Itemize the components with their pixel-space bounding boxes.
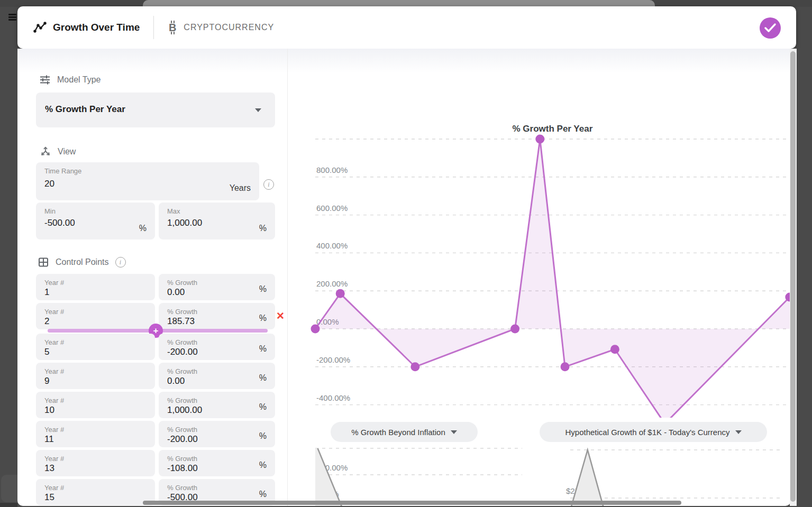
chevron-down-icon: [255, 108, 261, 112]
chart-control-point[interactable]: [561, 362, 570, 371]
year-label: Year #: [44, 338, 64, 346]
chart-control-point[interactable]: [410, 362, 419, 371]
year-field[interactable]: Year # 10: [36, 392, 155, 418]
year-value: 1: [44, 287, 49, 298]
growth-field[interactable]: % Growth -200.00 %: [159, 421, 275, 447]
growth-label: % Growth: [167, 367, 197, 375]
year-field[interactable]: Year # 11: [36, 421, 155, 447]
max-field[interactable]: Max 1,000.00 %: [159, 202, 275, 239]
header-divider: [153, 16, 154, 39]
growth-per-year-chart: 800.00%600.00%400.00%200.00%0.00%-200.00…: [291, 69, 791, 418]
svg-text:B: B: [169, 22, 176, 33]
category-label: CRYPTOCURRENCY: [184, 23, 274, 32]
hypothetical-growth-chart: $2K: [540, 444, 791, 506]
view-section-header: View: [40, 146, 76, 157]
model-type-label: Model Type: [57, 75, 101, 85]
max-label: Max: [167, 207, 180, 215]
axes-icon: [40, 146, 51, 157]
growth-unit: %: [259, 460, 267, 470]
max-value: 1,000.00: [167, 218, 202, 228]
growth-label: % Growth: [167, 338, 197, 346]
chevron-down-icon: [451, 430, 457, 434]
growth-label: % Growth: [167, 426, 197, 434]
year-value: 15: [44, 492, 54, 503]
chart-control-point[interactable]: [336, 289, 345, 298]
menu-icon[interactable]: [8, 14, 16, 21]
confirm-button[interactable]: [760, 17, 781, 39]
growth-beyond-inflation-dropdown[interactable]: % Growth Beyond Inflation: [331, 422, 478, 442]
growth-value: 0.00: [167, 287, 185, 298]
year-value: 13: [44, 463, 54, 474]
year-field[interactable]: Year # 2: [36, 303, 155, 329]
growth-field[interactable]: % Growth 0.00 %: [159, 274, 275, 300]
year-field[interactable]: Year # 15: [36, 479, 155, 505]
growth-label: % Growth: [167, 455, 197, 463]
delete-control-point-button[interactable]: ✕: [275, 310, 286, 322]
info-icon[interactable]: i: [263, 179, 274, 190]
chevron-down-icon: [735, 430, 742, 434]
tune-icon: [40, 75, 51, 85]
info-icon[interactable]: i: [115, 257, 126, 268]
model-type-select[interactable]: % Growth Per Year: [36, 93, 275, 127]
growth-label: % Growth: [167, 484, 197, 492]
growth-field[interactable]: % Growth -108.00 %: [159, 450, 275, 476]
min-field[interactable]: Min -500.00 %: [36, 202, 155, 239]
svg-text:800.00%: 800.00%: [316, 165, 348, 174]
growth-value: -200.00: [167, 347, 198, 357]
year-value: 10: [44, 405, 54, 416]
model-type-value: % Growth Per Year: [45, 104, 125, 115]
growth-field[interactable]: % Growth 185.73 %: [159, 303, 275, 329]
svg-text:600.00%: 600.00%: [316, 204, 348, 213]
year-field[interactable]: Year # 13: [36, 450, 155, 476]
year-value: 9: [44, 376, 49, 386]
time-range-label: Time Range: [44, 167, 81, 175]
growth-value: -108.00: [167, 463, 198, 474]
year-label: Year #: [44, 308, 64, 316]
year-label: Year #: [44, 397, 64, 404]
model-type-section-header: Model Type: [40, 75, 101, 85]
growth-unit: %: [259, 431, 267, 441]
year-field[interactable]: Year # 5: [36, 334, 155, 360]
vertical-scrollbar-thumb[interactable]: [790, 51, 796, 502]
growth-unit: %: [259, 344, 267, 354]
dialog-header: Growth Over Time B CRYPTOCURRENCY: [17, 6, 796, 49]
growth-label: % Growth: [167, 308, 197, 316]
svg-text:400.00%: 400.00%: [316, 241, 348, 250]
backdrop-bottom-edge: [0, 503, 17, 507]
chart-control-point[interactable]: [311, 325, 320, 334]
growth-field[interactable]: % Growth 1,000.00 %: [159, 392, 275, 418]
hypothetical-growth-dropdown[interactable]: Hypothetical Growth of $1K - Today's Cur…: [540, 422, 767, 442]
svg-text:-400.00%: -400.00%: [316, 393, 350, 402]
growth-field[interactable]: % Growth -200.00 %: [159, 334, 275, 360]
table-icon: [38, 257, 49, 268]
svg-text:% Growth Per Year: % Growth Per Year: [512, 124, 592, 134]
dialog-body: Model Type % Growth Per Year View Time R…: [17, 49, 791, 506]
growth-unit: %: [259, 314, 267, 323]
growth-unit: %: [259, 490, 267, 499]
chart-control-point[interactable]: [535, 135, 544, 144]
chart-control-point[interactable]: [610, 345, 619, 354]
growth-beyond-inflation-chart: 100.00%0.00%: [291, 444, 529, 506]
growth-value: 0.00: [167, 376, 185, 386]
horizontal-scrollbar-thumb[interactable]: [143, 501, 681, 505]
svg-text:-200.00%: -200.00%: [316, 355, 350, 364]
growth-label: % Growth: [167, 397, 197, 404]
growth-value: -200.00: [167, 434, 198, 445]
year-field[interactable]: Year # 9: [36, 363, 155, 389]
growth-field[interactable]: % Growth 0.00 %: [159, 363, 275, 389]
chart-control-point[interactable]: [510, 325, 519, 334]
control-points-label: Control Points: [56, 257, 109, 267]
check-icon: [764, 23, 776, 33]
svg-text:200.00%: 200.00%: [316, 279, 348, 288]
min-unit: %: [139, 224, 147, 233]
dialog-title: Growth Over Time: [53, 22, 140, 33]
year-label: Year #: [44, 279, 64, 287]
year-field[interactable]: Year # 1: [36, 274, 155, 300]
pill-left-label: % Growth Beyond Inflation: [351, 428, 445, 437]
pill-right-label: Hypothetical Growth of $1K - Today's Cur…: [565, 428, 729, 437]
min-label: Min: [44, 207, 56, 215]
time-range-field[interactable]: Time Range 20 Years: [36, 162, 259, 200]
growth-unit: %: [259, 284, 267, 294]
year-value: 2: [44, 316, 49, 327]
growth-label: % Growth: [167, 279, 197, 287]
